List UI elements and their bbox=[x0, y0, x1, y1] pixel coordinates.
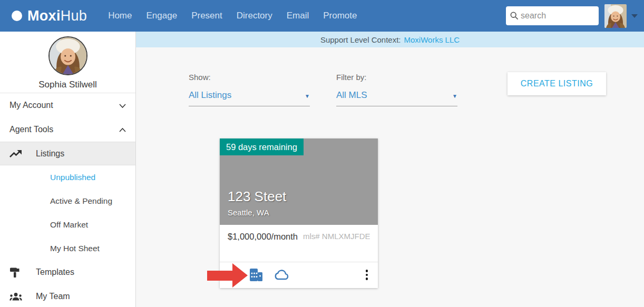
listing-mls-number: mls# NMLXMJFDEW... bbox=[303, 232, 370, 241]
moxihub-logo-text: MoxiHub bbox=[27, 8, 87, 24]
mls-filter-select[interactable]: All MLS bbox=[336, 90, 457, 106]
caret-down-icon[interactable] bbox=[631, 14, 638, 18]
show-select-value: All Listings bbox=[189, 90, 231, 101]
filter-select-group: Filter by: All MLS bbox=[336, 73, 457, 106]
sidebar-item-unpublished[interactable]: Unpublished bbox=[0, 165, 135, 189]
profile-avatar[interactable] bbox=[48, 36, 87, 75]
sidebar-item-my-team[interactable]: My Team bbox=[0, 284, 135, 307]
show-select-group: Show: All Listings bbox=[189, 73, 310, 106]
team-icon bbox=[9, 292, 36, 301]
listing-photo[interactable]: 59 days remaining 123 Steet Seattle, WA bbox=[220, 138, 378, 225]
listing-address: 123 Steet bbox=[228, 189, 286, 205]
logo-text-bold: Moxi bbox=[27, 8, 61, 24]
support-level-context-label: Support Level Context: bbox=[320, 35, 401, 44]
active-pending-label: Active & Pending bbox=[50, 196, 112, 206]
agent-tools-label: Agent Tools bbox=[9, 125, 53, 134]
sidebar-item-my-hot-sheet[interactable]: My Hot Sheet bbox=[0, 236, 135, 260]
red-arrow-tail bbox=[207, 271, 232, 281]
red-arrow-head bbox=[232, 263, 248, 288]
app-root: MoxiHub Home Engage Present Directory Em… bbox=[0, 0, 644, 307]
sidebar-item-agent-tools[interactable]: Agent Tools bbox=[0, 117, 135, 142]
my-hot-sheet-label: My Hot Sheet bbox=[50, 244, 100, 253]
building-icon[interactable] bbox=[249, 269, 263, 281]
create-listing-button[interactable]: CREATE LISTING bbox=[508, 72, 606, 95]
mls-filter-value: All MLS bbox=[336, 90, 367, 101]
sidebar: Sophia Stilwell My Account Agent Tools bbox=[0, 32, 136, 307]
moxihub-logo-icon bbox=[12, 11, 22, 21]
moxiworks-llc-link[interactable]: MoxiWorks LLC bbox=[404, 35, 460, 44]
templates-label: Templates bbox=[36, 268, 74, 277]
my-team-label: My Team bbox=[36, 292, 70, 301]
off-market-label: Off Market bbox=[50, 220, 88, 230]
listing-price: $1,000,000/month bbox=[228, 232, 298, 242]
nav-item-email[interactable]: Email bbox=[287, 11, 309, 21]
days-remaining-badge: 59 days remaining bbox=[220, 138, 304, 155]
nav-item-home[interactable]: Home bbox=[108, 11, 132, 21]
chevron-down-icon bbox=[119, 101, 126, 110]
nav-item-present[interactable]: Present bbox=[191, 11, 222, 21]
sidebar-item-listings[interactable]: Listings bbox=[0, 142, 135, 165]
dropdown-caret-icon bbox=[305, 90, 310, 101]
dropdown-caret-icon bbox=[452, 90, 457, 101]
filter-by-label: Filter by: bbox=[336, 73, 457, 82]
show-select[interactable]: All Listings bbox=[189, 90, 310, 106]
cloud-icon[interactable] bbox=[273, 269, 291, 281]
main-content: Support Level Context: MoxiWorks LLC Sho… bbox=[136, 32, 644, 307]
my-account-label: My Account bbox=[9, 101, 53, 110]
sidebar-item-templates[interactable]: Templates bbox=[0, 260, 135, 284]
listings-label: Listings bbox=[36, 149, 64, 159]
show-label: Show: bbox=[189, 73, 310, 82]
sidebar-profile: Sophia Stilwell bbox=[0, 32, 135, 93]
trending-up-icon bbox=[9, 150, 36, 158]
search-input[interactable] bbox=[506, 6, 599, 25]
nav-item-promote[interactable]: Promote bbox=[323, 11, 357, 21]
unpublished-label: Unpublished bbox=[50, 173, 95, 182]
kebab-menu-icon[interactable] bbox=[364, 269, 370, 281]
main-nav: Home Engage Present Directory Email Prom… bbox=[108, 11, 357, 21]
chevron-up-icon bbox=[119, 125, 126, 134]
profile-name: Sophia Stilwell bbox=[0, 80, 135, 90]
nav-item-engage[interactable]: Engage bbox=[147, 11, 178, 21]
sidebar-item-off-market[interactable]: Off Market bbox=[0, 213, 135, 236]
nav-item-directory[interactable]: Directory bbox=[237, 11, 272, 21]
user-avatar[interactable] bbox=[604, 4, 627, 28]
listing-info-row: $1,000,000/month mls# NMLXMJFDEW... bbox=[220, 225, 378, 262]
moxihub-logo[interactable]: MoxiHub bbox=[12, 8, 87, 24]
search-box bbox=[506, 6, 599, 25]
support-level-context-bar: Support Level Context: MoxiWorks LLC bbox=[136, 32, 644, 47]
logo-text-light: Hub bbox=[61, 8, 87, 24]
sidebar-item-active-pending[interactable]: Active & Pending bbox=[0, 189, 135, 213]
topbar: MoxiHub Home Engage Present Directory Em… bbox=[0, 0, 644, 32]
red-arrow-annotation bbox=[207, 263, 248, 288]
sidebar-item-my-account[interactable]: My Account bbox=[0, 93, 135, 117]
body-row: Sophia Stilwell My Account Agent Tools bbox=[0, 32, 644, 307]
paint-roller-icon bbox=[9, 266, 36, 278]
listing-city: Seattle, WA bbox=[228, 208, 269, 217]
